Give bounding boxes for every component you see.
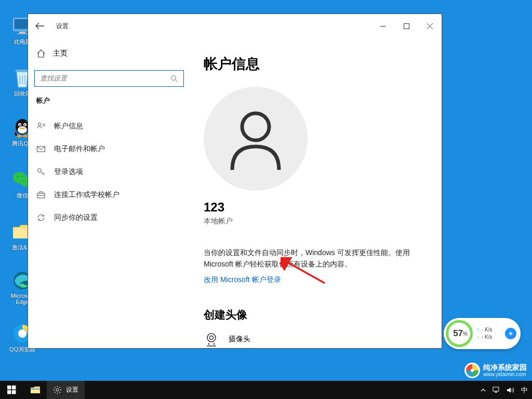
svg-point-10	[24, 124, 25, 126]
svg-point-25	[171, 75, 176, 80]
settings-window: 设置 主页 查找设置 帐户 帐户信息	[28, 14, 442, 349]
tray-chevron-up-icon[interactable]	[480, 387, 486, 393]
home-label: 主页	[53, 49, 68, 58]
svg-point-16	[21, 176, 23, 178]
nav-label: 连接工作或学校帐户	[54, 190, 119, 200]
svg-point-35	[210, 336, 214, 339]
window-title: 设置	[56, 22, 69, 31]
tray-ime[interactable]: 中	[521, 385, 528, 395]
network-widget[interactable]: 57% ↑- K/s ↓- K/s +	[444, 318, 521, 349]
close-button[interactable]	[418, 18, 442, 34]
svg-point-33	[242, 113, 269, 140]
camera-option[interactable]: 摄像头	[204, 331, 427, 347]
person-badge-icon	[36, 122, 46, 131]
svg-rect-39	[7, 390, 11, 394]
taskbar: 设置 中	[0, 381, 532, 399]
watermark-title: 纯净系统家园	[483, 364, 527, 371]
down-arrow-icon: ↓	[477, 334, 480, 341]
nav-label: 帐户信息	[54, 122, 83, 131]
folder-icon	[30, 385, 41, 394]
tray-network-icon[interactable]	[493, 387, 500, 393]
sidebar: 主页 查找设置 帐户 帐户信息 电子邮件和帐户 登录选项	[28, 38, 189, 348]
svg-rect-24	[404, 23, 409, 29]
username: 123	[204, 200, 427, 215]
microsoft-signin-link[interactable]: 改用 Microsoft 帐户登录	[204, 275, 281, 285]
speeds: ↑- K/s ↓- K/s	[477, 326, 505, 341]
main-content: 帐户信息 123 本地帐户 当你的设置和文件自动同步时，Windows 可发挥更…	[189, 38, 442, 348]
camera-label: 摄像头	[229, 335, 250, 344]
nav-sync-settings[interactable]: 同步你的设置	[34, 206, 183, 229]
svg-point-11	[17, 135, 22, 138]
create-avatar-heading: 创建头像	[204, 308, 427, 322]
nav-signin-options[interactable]: 登录选项	[34, 161, 183, 183]
key-icon	[36, 167, 46, 177]
svg-point-9	[19, 124, 21, 126]
percent-ring: 57%	[446, 320, 473, 347]
nav-label: 同步你的设置	[54, 213, 98, 222]
titlebar: 设置	[28, 14, 442, 38]
account-type: 本地帐户	[204, 217, 427, 226]
start-button[interactable]	[0, 381, 23, 399]
svg-point-6	[18, 126, 27, 134]
nav-label: 电子邮件和帐户	[54, 144, 105, 154]
camera-icon	[204, 331, 219, 347]
mail-icon	[36, 144, 46, 154]
section-label: 帐户	[36, 96, 183, 105]
watermark-logo-icon	[464, 363, 480, 378]
svg-point-34	[207, 334, 216, 342]
home-button[interactable]: 主页	[34, 43, 183, 64]
watermark: 纯净系统家园 www.yidaimei.com	[464, 363, 527, 378]
person-icon	[222, 105, 289, 172]
svg-point-15	[17, 176, 19, 178]
watermark-url: www.yidaimei.com	[483, 371, 527, 377]
back-button[interactable]	[28, 14, 52, 38]
svg-rect-44	[493, 387, 499, 391]
nav-work-school[interactable]: 连接工作或学校帐户	[34, 183, 183, 206]
taskbar-app-label: 设置	[66, 385, 78, 394]
account-description: 当你的设置和文件自动同步时，Windows 可发挥更佳性能。使用 Microso…	[204, 247, 422, 270]
svg-rect-40	[12, 390, 16, 394]
svg-point-17	[23, 180, 25, 182]
windows-icon	[7, 385, 16, 394]
up-arrow-icon: ↑	[477, 326, 480, 334]
taskbar-app-settings[interactable]: 设置	[47, 381, 85, 399]
briefcase-icon	[36, 190, 46, 200]
nav-account-info[interactable]: 帐户信息	[34, 115, 183, 138]
minimize-button[interactable]	[371, 18, 395, 34]
nav-label: 登录选项	[54, 167, 83, 177]
search-placeholder: 查找设置	[40, 74, 67, 83]
svg-point-27	[38, 123, 41, 126]
search-icon	[170, 75, 178, 83]
system-tray: 中	[480, 385, 532, 395]
svg-point-43	[56, 389, 59, 391]
desktop-icon-label: 微信	[17, 192, 28, 200]
svg-rect-37	[7, 385, 11, 390]
sync-icon	[36, 213, 46, 222]
svg-rect-42	[31, 389, 40, 390]
search-input[interactable]: 查找设置	[34, 70, 184, 87]
tray-volume-icon[interactable]	[507, 387, 515, 394]
svg-point-31	[38, 169, 42, 172]
gear-icon	[53, 385, 62, 394]
svg-point-22	[18, 329, 26, 338]
taskbar-explorer[interactable]	[23, 381, 47, 399]
svg-line-26	[176, 79, 178, 82]
avatar	[204, 87, 308, 191]
svg-rect-45	[495, 392, 497, 393]
svg-rect-2	[19, 32, 25, 33]
svg-rect-38	[12, 385, 16, 390]
plus-button[interactable]: +	[505, 328, 516, 339]
maximize-button[interactable]	[395, 18, 418, 34]
nav-email-accounts[interactable]: 电子邮件和帐户	[34, 138, 183, 161]
page-heading: 帐户信息	[204, 55, 427, 73]
home-icon	[36, 49, 46, 58]
svg-rect-3	[17, 33, 28, 34]
